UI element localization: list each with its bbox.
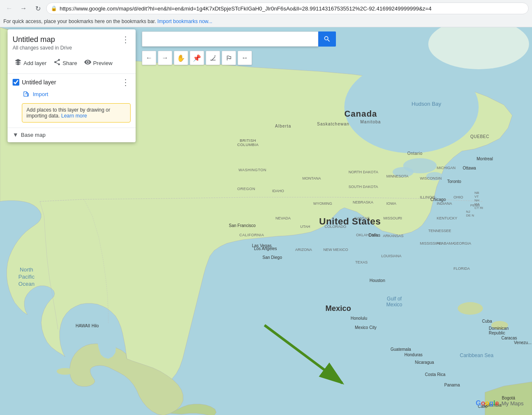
map-toolbar: ← → ✋ 📌 ↔ xyxy=(142,51,252,65)
share-label: Share xyxy=(63,60,77,66)
share-icon xyxy=(53,58,61,68)
panel-actions: Add layer Share Preview xyxy=(8,53,136,74)
directions-button[interactable] xyxy=(222,51,236,65)
basemap-label: Base map xyxy=(21,132,46,138)
lock-icon: 🔒 xyxy=(51,5,57,11)
layer-title-row: Untitled layer xyxy=(13,79,56,86)
back-button[interactable]: ← xyxy=(3,3,15,14)
draw-icon xyxy=(210,55,216,61)
import-bookmarks-link[interactable]: Import bookmarks now... xyxy=(157,18,212,24)
directions-icon xyxy=(225,55,232,61)
layer-checkbox[interactable] xyxy=(13,79,19,86)
search-button[interactable] xyxy=(318,31,336,47)
search-input[interactable] xyxy=(142,31,318,47)
add-layer-button[interactable]: Add layer xyxy=(11,56,50,70)
redo-button[interactable]: → xyxy=(158,51,172,65)
bookmarks-bar: For quick access, place your bookmarks h… xyxy=(0,17,532,27)
svg-line-11 xyxy=(265,325,342,383)
layer-more-button[interactable]: ⋮ xyxy=(121,78,131,86)
undo-button[interactable]: ← xyxy=(142,51,156,65)
forward-button[interactable]: → xyxy=(18,3,29,14)
basemap-chevron-icon: ▼ xyxy=(13,131,18,138)
browser-chrome: ← → ↻ 🔒 https://www.google.com/maps/d/ed… xyxy=(0,0,532,27)
import-icon-wrapper xyxy=(22,90,30,98)
address-bar[interactable]: 🔒 https://www.google.com/maps/d/edit?hl=… xyxy=(46,3,529,14)
add-layer-icon xyxy=(14,58,22,68)
svg-point-9 xyxy=(79,366,85,370)
select-button[interactable]: ✋ xyxy=(174,51,188,65)
panel-more-button[interactable]: ⋮ xyxy=(121,35,131,44)
basemap-section: ▼ Base map xyxy=(8,128,136,142)
add-layer-label: Add layer xyxy=(24,60,47,66)
import-icon xyxy=(23,91,29,97)
marker-button[interactable]: 📌 xyxy=(190,51,204,65)
share-button[interactable]: Share xyxy=(50,56,81,70)
my-maps-label: My Maps xyxy=(501,400,524,407)
google-branding: Google My Maps xyxy=(476,399,524,407)
layer-header: Untitled layer ⋮ xyxy=(13,78,131,86)
basemap-header[interactable]: ▼ Base map xyxy=(13,131,131,138)
panel-subtitle: All changes saved in Drive xyxy=(13,45,72,51)
panel-header: Untitled map All changes saved in Drive … xyxy=(8,29,136,53)
preview-label: Preview xyxy=(93,60,113,66)
preview-button[interactable]: Preview xyxy=(81,56,116,70)
svg-point-2 xyxy=(344,61,479,153)
svg-point-8 xyxy=(57,368,73,375)
layer-tooltip: Add places to this layer by drawing or i… xyxy=(22,103,131,123)
url-text: https://www.google.com/maps/d/edit?hl=en… xyxy=(60,5,524,12)
search-bar[interactable] xyxy=(142,31,336,47)
preview-icon xyxy=(84,58,92,68)
svg-point-5 xyxy=(426,172,443,180)
search-icon xyxy=(323,35,331,43)
layer-name: Untitled layer xyxy=(22,79,56,86)
panel-title: Untitled map xyxy=(13,35,72,44)
svg-point-6 xyxy=(458,302,483,315)
nav-bar: ← → ↻ 🔒 https://www.google.com/maps/d/ed… xyxy=(0,0,532,17)
svg-point-7 xyxy=(491,321,508,329)
bookmarks-text: For quick access, place your bookmarks h… xyxy=(3,18,156,24)
layer-section: Untitled layer ⋮ Import Add places to th… xyxy=(8,74,136,128)
draw-line-button[interactable] xyxy=(206,51,220,65)
learn-more-link[interactable]: Learn more xyxy=(61,113,87,119)
panel-title-group: Untitled map All changes saved in Drive xyxy=(13,35,72,51)
import-link[interactable]: Import xyxy=(33,91,48,97)
main-content: Canada United States Mexico Hudson Bay N… xyxy=(0,27,532,415)
left-panel: Untitled map All changes saved in Drive … xyxy=(8,29,136,142)
import-row: Import xyxy=(13,88,131,100)
annotation-arrow xyxy=(239,317,365,392)
ruler-button[interactable]: ↔ xyxy=(238,51,252,65)
svg-point-4 xyxy=(393,167,414,177)
refresh-button[interactable]: ↻ xyxy=(32,3,44,14)
